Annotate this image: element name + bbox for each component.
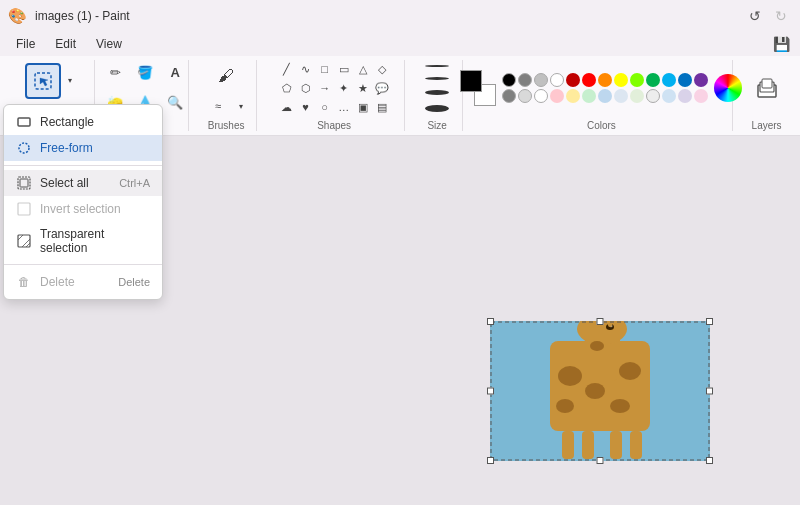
swatch-3[interactable] (550, 73, 564, 87)
swatch-15[interactable] (534, 89, 548, 103)
shape-hexagon[interactable]: ⬡ (297, 79, 315, 97)
swatch-13[interactable] (502, 89, 516, 103)
swatch-11[interactable] (678, 73, 692, 87)
layers-button[interactable] (747, 68, 787, 108)
swatch-10[interactable] (662, 73, 676, 87)
colors-section: Colors (471, 60, 734, 131)
swatch-17[interactable] (566, 89, 580, 103)
delete-label: Delete (40, 275, 110, 289)
size-line-1[interactable] (425, 65, 449, 67)
size-line-4[interactable] (425, 105, 449, 112)
shape-line[interactable]: ╱ (278, 60, 296, 78)
swatch-22[interactable] (646, 89, 660, 103)
shape-fill2[interactable]: ▤ (373, 98, 391, 116)
swatch-1[interactable] (518, 73, 532, 87)
layers-label: Layers (752, 120, 782, 131)
handle-mr[interactable] (706, 388, 713, 395)
size-line-3[interactable] (425, 90, 449, 95)
svg-rect-20 (562, 431, 574, 459)
swatch-21[interactable] (630, 89, 644, 103)
magnify-button[interactable]: 🔍 (161, 88, 189, 116)
layers-section: Layers (741, 60, 792, 131)
rectangle-icon (16, 114, 32, 130)
handle-tr[interactable] (706, 318, 713, 325)
color-picker-wheel[interactable] (714, 74, 742, 102)
swatch-23[interactable] (662, 89, 676, 103)
brush-alt[interactable]: ≈ (204, 96, 232, 116)
swatch-2[interactable] (534, 73, 548, 87)
brush-dropdown[interactable]: ▾ (234, 96, 248, 116)
swatch-5[interactable] (582, 73, 596, 87)
swatch-14[interactable] (518, 89, 532, 103)
swatch-6[interactable] (598, 73, 612, 87)
menu-edit[interactable]: Edit (47, 35, 84, 53)
shape-star4[interactable]: ✦ (335, 79, 353, 97)
size-line-2[interactable] (425, 77, 449, 80)
menu-item-transparentselection[interactable]: Transparent selection (4, 222, 162, 260)
swatch-9[interactable] (646, 73, 660, 87)
menu-item-delete[interactable]: 🗑 Delete Delete (4, 269, 162, 295)
handle-bl[interactable] (487, 457, 494, 464)
text-button[interactable]: A (161, 58, 189, 86)
swatch-4[interactable] (566, 73, 580, 87)
shape-triangle[interactable]: △ (354, 60, 372, 78)
swatch-0[interactable] (502, 73, 516, 87)
giraffe-image[interactable] (490, 321, 710, 461)
delete-icon: 🗑 (16, 274, 32, 290)
swatch-20[interactable] (614, 89, 628, 103)
swatch-7[interactable] (614, 73, 628, 87)
swatch-18[interactable] (582, 89, 596, 103)
svg-rect-29 (18, 203, 30, 215)
shapes-label: Shapes (317, 120, 351, 131)
shape-callout[interactable]: 💬 (373, 79, 391, 97)
shape-roundrect[interactable]: ▭ (335, 60, 353, 78)
shape-ellipse[interactable]: ○ (316, 98, 334, 116)
svg-point-9 (585, 383, 605, 399)
save-icon[interactable]: 💾 (770, 33, 792, 55)
shape-pentagon[interactable]: ⬠ (278, 79, 296, 97)
shape-cloud[interactable]: ☁ (278, 98, 296, 116)
menu-item-selectall[interactable]: Select all Ctrl+A (4, 170, 162, 196)
svg-point-26 (19, 143, 29, 153)
menu-view[interactable]: View (88, 35, 130, 53)
swatch-8[interactable] (630, 73, 644, 87)
select-button[interactable] (25, 63, 61, 99)
delete-shortcut: Delete (118, 276, 150, 288)
menu-item-freeform[interactable]: Free-form (4, 135, 162, 161)
shape-heart[interactable]: ♥ (297, 98, 315, 116)
swatch-24[interactable] (678, 89, 692, 103)
brush-main[interactable]: 🖌 (208, 58, 244, 94)
shape-more[interactable]: … (335, 98, 353, 116)
shape-curve[interactable]: ∿ (297, 60, 315, 78)
undo-button[interactable]: ↺ (744, 5, 766, 27)
select-dropdown-arrow[interactable]: ▾ (63, 63, 77, 99)
shape-diamond[interactable]: ◇ (373, 60, 391, 78)
swatch-19[interactable] (598, 89, 612, 103)
handle-ml[interactable] (487, 388, 494, 395)
shape-rect[interactable]: □ (316, 60, 334, 78)
primary-color[interactable] (460, 70, 482, 92)
shape-arrow[interactable]: → (316, 79, 334, 97)
redo-button[interactable]: ↻ (770, 5, 792, 27)
handle-tm[interactable] (597, 318, 604, 325)
giraffe-container (490, 321, 710, 461)
svg-rect-23 (630, 431, 642, 459)
menu-file[interactable]: File (8, 35, 43, 53)
handle-br[interactable] (706, 457, 713, 464)
shape-star5[interactable]: ★ (354, 79, 372, 97)
handle-tl[interactable] (487, 318, 494, 325)
svg-rect-21 (582, 431, 594, 459)
fill-button[interactable]: 🪣 (131, 58, 159, 86)
swatch-12[interactable] (694, 73, 708, 87)
selectall-shortcut: Ctrl+A (119, 177, 150, 189)
svg-point-8 (558, 366, 582, 386)
shape-outline[interactable]: ▣ (354, 98, 372, 116)
menu-item-rectangle[interactable]: Rectangle (4, 109, 162, 135)
handle-bm[interactable] (597, 457, 604, 464)
menu-item-invertselection[interactable]: Invert selection (4, 196, 162, 222)
swatch-25[interactable] (694, 89, 708, 103)
pencil-button[interactable]: ✏ (101, 58, 129, 86)
svg-rect-25 (18, 118, 30, 126)
swatch-16[interactable] (550, 89, 564, 103)
svg-point-11 (556, 399, 574, 413)
